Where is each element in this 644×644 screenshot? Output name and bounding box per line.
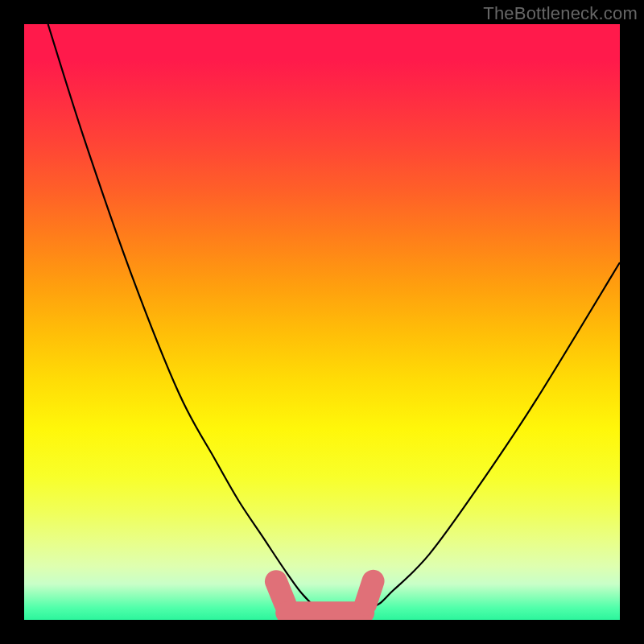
plot-area [24,24,620,620]
watermark-text: TheBottleneck.com [483,3,638,24]
bottleneck-curve [48,24,620,610]
curve-layer [24,24,620,620]
chart-frame: TheBottleneck.com [0,0,644,644]
svg-rect-2 [352,567,388,618]
valley-marker-icon [262,567,387,620]
